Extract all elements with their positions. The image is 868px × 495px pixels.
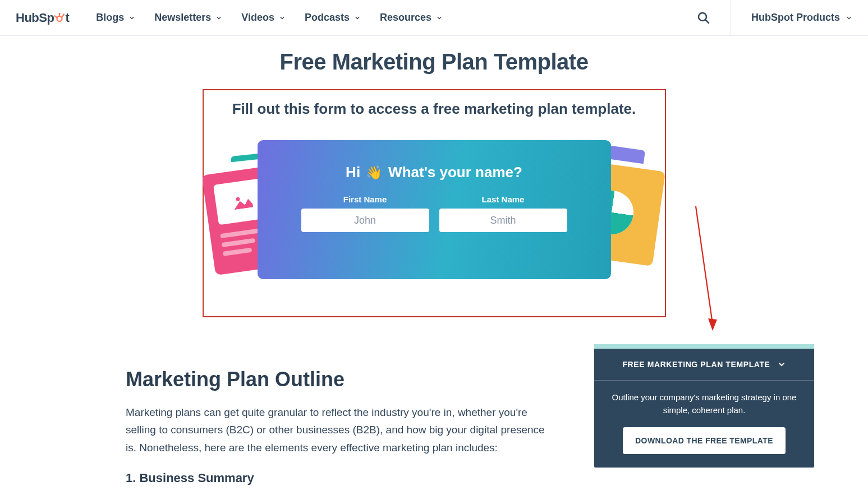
offer-highlight-box: Fill out this form to access a free mark… [203, 89, 666, 317]
nav-item-podcasts[interactable]: Podcasts [305, 12, 361, 24]
annotation-arrow [690, 206, 724, 339]
hubspot-logo[interactable]: HubSp t [16, 11, 69, 25]
chevron-down-icon [128, 15, 135, 21]
panel-description: Outline your company's marketing strateg… [607, 391, 802, 417]
download-template-button[interactable]: DOWNLOAD THE FREE TEMPLATE [623, 427, 786, 454]
section-heading: Marketing Plan Outline [126, 368, 552, 391]
section-paragraph: Marketing plans can get quite granular t… [126, 404, 552, 456]
last-name-input[interactable] [439, 209, 567, 232]
sprocket-icon [54, 13, 65, 23]
form-question: Hi 👋 What's your name? [346, 164, 522, 181]
logo-text-post: t [65, 11, 69, 25]
nav-label: HubSpot Products [751, 12, 840, 24]
last-name-label: Last Name [482, 195, 525, 204]
decor-line [220, 228, 259, 238]
cta-slidein-panel: FREE MARKETING PLAN TEMPLATE Outline you… [594, 344, 814, 468]
first-name-label: First Name [343, 195, 387, 204]
decor-line [221, 238, 255, 247]
subsection-heading: 1. Business Summary [126, 471, 552, 485]
decor-line [222, 248, 252, 256]
panel-title: FREE MARKETING PLAN TEMPLATE [622, 360, 770, 369]
svg-point-4 [59, 13, 61, 14]
chevron-down-icon [436, 15, 443, 21]
nav-label: Blogs [96, 12, 124, 24]
logo-text-pre: HubSp [16, 11, 54, 25]
nav-item-resources[interactable]: Resources [380, 12, 443, 24]
nav-label: Newsletters [154, 12, 211, 24]
chevron-down-icon [846, 15, 852, 21]
panel-accent-bar [594, 344, 814, 349]
nav-item-newsletters[interactable]: Newsletters [154, 12, 222, 24]
nav-item-blogs[interactable]: Blogs [96, 12, 135, 24]
offer-illustration: Hi 👋 What's your name? First Name Last N… [217, 140, 651, 297]
svg-point-9 [236, 197, 240, 201]
chevron-down-icon [279, 15, 286, 21]
svg-point-6 [63, 13, 65, 15]
panel-header-toggle[interactable]: FREE MARKETING PLAN TEMPLATE [594, 349, 814, 381]
chevron-down-icon [215, 15, 222, 21]
nav-item-videos[interactable]: Videos [241, 12, 286, 24]
nav-divider [731, 0, 731, 36]
form-question-pre: Hi [346, 164, 360, 181]
nav-item-products[interactable]: HubSpot Products [751, 12, 852, 24]
offer-lead-text: Fill out this form to access a free mark… [217, 100, 651, 118]
svg-point-0 [57, 16, 62, 21]
nav-menu: Blogs Newsletters Videos Podcasts Resour… [96, 12, 443, 24]
nav-label: Resources [380, 12, 431, 24]
svg-line-8 [706, 20, 709, 23]
chevron-down-icon [777, 360, 786, 369]
signup-form-card: Hi 👋 What's your name? First Name Last N… [258, 140, 611, 279]
nav-label: Videos [241, 12, 274, 24]
chevron-down-icon [354, 15, 361, 21]
first-name-input[interactable] [301, 209, 429, 232]
article-body: Marketing Plan Outline Marketing plans c… [126, 368, 552, 485]
search-icon[interactable] [697, 11, 710, 25]
nav-label: Podcasts [305, 12, 350, 24]
svg-line-10 [696, 206, 713, 324]
top-nav: HubSp t Blogs Newsletters Videos Podcast… [0, 0, 868, 36]
page-title: Free Marketing Plan Template [0, 49, 868, 75]
form-question-post: What's your name? [388, 164, 522, 181]
waving-hand-icon: 👋 [366, 165, 383, 181]
